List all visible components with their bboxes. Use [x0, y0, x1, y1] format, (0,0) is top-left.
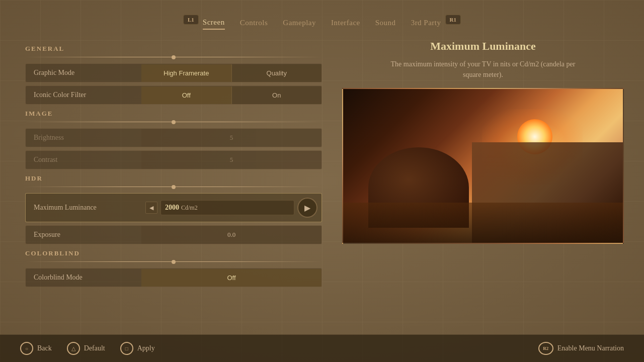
hdr-divider — [25, 187, 322, 187]
brightness-label: Brightness — [26, 129, 141, 147]
luminance-control: ◀ 2000 Cd/m2 ▶ — [141, 194, 321, 222]
default-action[interactable]: △ Default — [67, 342, 105, 355]
contrast-label: Contrast — [26, 151, 141, 169]
top-navigation: L1 Screen Controls Gameplay Interface So… — [0, 0, 644, 30]
narration-label[interactable]: Enable Menu Narration — [557, 344, 624, 352]
bottom-bar: ○ Back △ Default □ Apply R2 Enable Menu … — [0, 334, 644, 362]
iconic-color-filter-row: Iconic Color Filter Off On — [25, 85, 322, 105]
back-action[interactable]: ○ Back — [20, 342, 52, 355]
exposure-value[interactable]: 0.0 — [141, 226, 321, 244]
luminance-unit: Cd/m2 — [181, 204, 198, 212]
r2-button-icon: R2 — [538, 342, 553, 355]
left-panel: GENERAL Graphic Mode High Framerate Qual… — [25, 40, 322, 346]
image-divider — [25, 122, 322, 122]
bottom-right-actions: R2 Enable Menu Narration — [538, 342, 624, 355]
exposure-control: 0.0 — [141, 226, 321, 244]
apply-label: Apply — [137, 344, 155, 352]
iconic-color-filter-label: Iconic Color Filter — [26, 86, 141, 104]
contrast-row: Contrast 5 — [25, 150, 322, 169]
luminance-value: 2000 — [165, 204, 179, 212]
right-panel: Maximum Luminance The maximum intensity … — [322, 40, 624, 346]
apply-button-icon: □ — [120, 342, 133, 355]
contrast-value[interactable]: 5 — [141, 151, 321, 169]
graphic-mode-quality[interactable]: Quality — [232, 64, 322, 82]
default-button-icon: △ — [67, 342, 80, 355]
tab-3rdparty[interactable]: 3rd Party — [411, 19, 441, 29]
exposure-label: Exposure — [26, 226, 141, 244]
main-layout: GENERAL Graphic Mode High Framerate Qual… — [0, 30, 644, 346]
iconic-color-off[interactable]: Off — [141, 86, 232, 104]
max-luminance-row: Maximum Luminance ◀ 2000 Cd/m2 ▶ — [25, 193, 322, 222]
info-title: Maximum Luminance — [430, 40, 536, 53]
graphic-mode-label: Graphic Mode — [26, 64, 141, 82]
colorblind-mode-label: Colorblind Mode — [26, 268, 141, 287]
luminance-dial[interactable]: ▶ — [297, 198, 317, 218]
contrast-control: 5 — [141, 151, 321, 169]
nav-tabs: Screen Controls Gameplay Interface Sound… — [203, 18, 441, 30]
colorblind-mode-controls: Off — [141, 269, 321, 287]
tab-gameplay[interactable]: Gameplay — [283, 19, 316, 29]
luminance-value-box: 2000 Cd/m2 — [160, 200, 294, 215]
water — [343, 203, 623, 243]
hdr-section-header: HDR — [25, 174, 322, 183]
brightness-row: Brightness 5 — [25, 128, 322, 147]
colorblind-section-header: COLORBLIND — [25, 249, 322, 257]
preview-image — [342, 88, 624, 244]
brightness-control: 5 — [141, 129, 321, 147]
colorblind-mode-row: Colorblind Mode Off — [25, 268, 322, 287]
info-description: The maximum intensity of your TV in nits… — [387, 59, 579, 80]
colorblind-divider — [25, 261, 322, 262]
graphic-mode-row: Graphic Mode High Framerate Quality — [25, 63, 322, 82]
graphic-mode-controls: High Framerate Quality — [141, 64, 321, 82]
colorblind-mode-off[interactable]: Off — [141, 269, 321, 287]
tab-interface[interactable]: Interface — [331, 19, 360, 29]
apply-action[interactable]: □ Apply — [120, 342, 155, 355]
general-section-header: GENERAL — [25, 45, 322, 53]
general-divider — [25, 57, 322, 57]
tab-screen[interactable]: Screen — [203, 18, 225, 30]
brightness-value[interactable]: 5 — [141, 129, 321, 147]
max-luminance-controls: ◀ 2000 Cd/m2 ▶ — [141, 194, 321, 222]
tab-controls[interactable]: Controls — [240, 19, 268, 29]
tab-sound[interactable]: Sound — [375, 19, 396, 29]
iconic-color-controls: Off On — [141, 86, 321, 104]
r1-button[interactable]: R1 — [445, 15, 461, 25]
luminance-decrease-btn[interactable]: ◀ — [145, 202, 157, 214]
iconic-color-on[interactable]: On — [232, 86, 322, 104]
back-button-icon: ○ — [20, 342, 33, 355]
default-label: Default — [84, 344, 105, 352]
back-label: Back — [37, 344, 52, 352]
exposure-row: Exposure 0.0 — [25, 225, 322, 244]
image-section-header: IMAGE — [25, 110, 322, 118]
l1-button[interactable]: L1 — [183, 15, 199, 25]
max-luminance-label: Maximum Luminance — [26, 199, 141, 217]
graphic-mode-high-framerate[interactable]: High Framerate — [141, 64, 232, 82]
